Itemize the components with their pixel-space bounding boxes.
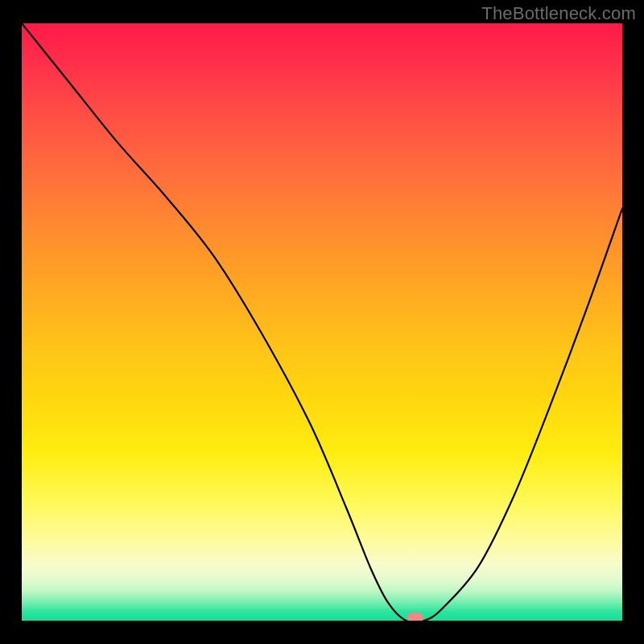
bottleneck-curve: [22, 23, 622, 621]
plot-area: [22, 23, 622, 621]
watermark-text: TheBottleneck.com: [481, 3, 636, 24]
chart-frame: TheBottleneck.com: [0, 0, 644, 644]
optimal-point-marker: [407, 613, 423, 621]
